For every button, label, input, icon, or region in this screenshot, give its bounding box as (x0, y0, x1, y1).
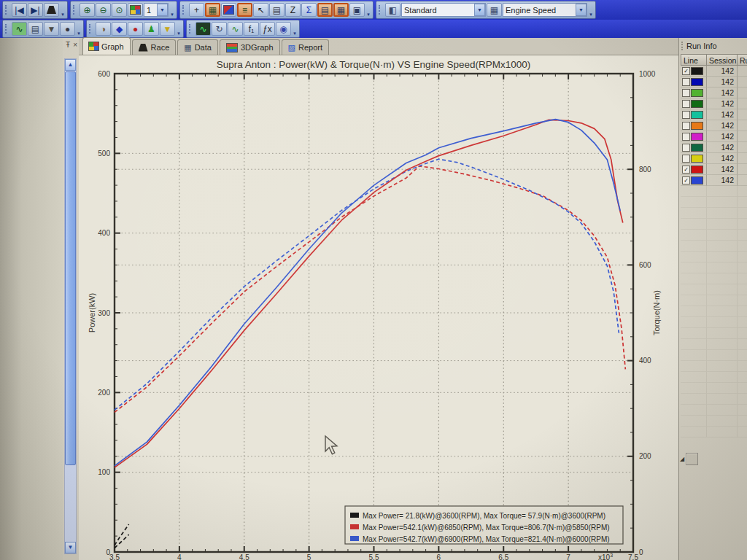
fx-math-button[interactable]: ƒx (260, 22, 275, 36)
close-icon[interactable]: × (73, 41, 77, 49)
run-visible-checkbox[interactable] (682, 100, 690, 108)
flashlight-button[interactable]: ▼ (44, 22, 59, 36)
crosshair-button[interactable]: + (189, 3, 204, 17)
graph-layout-button[interactable] (128, 3, 143, 17)
tab-data-icon: ▦ (184, 44, 191, 52)
vertical-scrollbar[interactable]: ▲ ▼ (64, 58, 77, 554)
run-visible-checkbox[interactable] (682, 78, 690, 86)
xaxis-select[interactable]: Engine Speed▼ (503, 3, 587, 17)
page-select[interactable]: 1▼ (144, 3, 169, 17)
zoom-window-button[interactable]: ⊙ (112, 3, 127, 17)
overlay-runs-button[interactable]: ▤ (269, 3, 285, 17)
run-row[interactable]: 14224 (681, 131, 747, 142)
scroll-up-arrow[interactable]: ▲ (65, 59, 76, 71)
show-notes-button[interactable]: ▤ (317, 3, 333, 17)
zoom-in-button[interactable]: ⊕ (80, 3, 95, 17)
show-grid-button[interactable]: ▦ (205, 3, 220, 17)
group-overflow-chevron[interactable]: ▾ (76, 31, 82, 36)
tab-data[interactable]: ▦Data (177, 39, 218, 55)
run-row[interactable]: 14227 (681, 153, 747, 164)
group-grip[interactable] (189, 24, 193, 34)
y-left-tick-label: 400 (98, 229, 110, 237)
show-table-button[interactable]: ▦ (333, 3, 349, 17)
run-row[interactable]: ✓1421 (681, 66, 747, 77)
run-row[interactable]: 1422 (681, 77, 747, 88)
run-visible-checkbox[interactable] (682, 111, 690, 119)
group-grip[interactable] (5, 5, 9, 15)
chevron-down-icon[interactable]: ▼ (157, 4, 168, 16)
scroll-down-arrow[interactable]: ▼ (65, 542, 76, 553)
group-overflow-chevron[interactable]: ▾ (176, 31, 182, 36)
smoothing-icon-button[interactable]: ◧ (385, 3, 400, 17)
smoothing-select-value: Standard (404, 6, 473, 15)
run-visible-checkbox[interactable] (682, 122, 690, 130)
report-page-button[interactable]: ▤ (28, 22, 43, 36)
tab-race[interactable]: Race (132, 39, 177, 55)
group-grip[interactable] (182, 5, 186, 15)
run-row[interactable]: 14221 (681, 109, 747, 120)
column-header-line[interactable]: Line (681, 54, 707, 66)
group-overflow-chevron[interactable]: ▾ (169, 12, 175, 18)
driver-button[interactable]: ♟ (144, 22, 159, 36)
shade-areas-button[interactable] (221, 3, 236, 17)
f1-channel-button[interactable]: f₁ (244, 22, 259, 36)
group-grip[interactable] (89, 24, 93, 34)
run-row[interactable]: ✓14229 (681, 175, 747, 186)
run-visible-checkbox[interactable] (682, 155, 690, 163)
web-update-button[interactable]: ◉ (276, 22, 291, 36)
live-spec-button[interactable]: ∿ (12, 22, 27, 36)
filter-runs-button[interactable]: ▼ (160, 22, 175, 36)
show-legend-button[interactable]: ≡ (237, 3, 252, 17)
gauge-button[interactable]: ◑ (96, 22, 111, 36)
run-visible-checkbox[interactable] (682, 89, 690, 97)
group-overflow-chevron[interactable]: ▾ (365, 12, 371, 18)
new-window-button[interactable]: ▣ (349, 3, 365, 17)
run-visible-checkbox[interactable]: ✓ (682, 176, 690, 184)
pin-icon[interactable]: Ŧ (66, 41, 70, 49)
run-row[interactable]: 14223 (681, 120, 747, 131)
pointer-button[interactable]: ↖ (253, 3, 268, 17)
nav-last-button[interactable]: ▶| (28, 3, 43, 17)
lamp-icon: ● (65, 25, 70, 34)
zoom-out-button[interactable]: ⊖ (96, 3, 111, 17)
group-grip[interactable] (73, 5, 77, 15)
run-row[interactable]: ✓14228 (681, 164, 747, 175)
manual-book-button[interactable]: ◆ (112, 22, 127, 36)
live-data-button[interactable]: ∿ (196, 22, 211, 36)
tab-report[interactable]: ▨Report (282, 39, 329, 55)
tab-graph[interactable]: Graph (82, 37, 131, 55)
dyno-run-button[interactable] (44, 3, 59, 17)
run-row[interactable]: 14219 (681, 88, 747, 98)
cycle-test-button[interactable]: ↻ (212, 22, 227, 36)
run-visible-checkbox[interactable] (682, 144, 690, 152)
lamp-button[interactable]: ● (60, 22, 75, 36)
chart-mini-button[interactable]: ∿ (228, 22, 243, 36)
vehicle-button[interactable]: ● (128, 22, 143, 36)
smoothing-select[interactable]: Standard▼ (401, 3, 486, 17)
group-overflow-chevron[interactable]: ▾ (588, 12, 594, 18)
toolbar-row-2: ∿▤▼●▾◑◆●♟▼▾∿↻∿f₁ƒx◉▾ (0, 20, 747, 38)
edit-scale-button[interactable]: Z (285, 3, 301, 17)
group-overflow-chevron[interactable]: ▾ (292, 31, 298, 36)
tab-3dgraph[interactable]: 3DGraph (220, 39, 280, 55)
summation-button[interactable]: Σ (301, 3, 317, 17)
run-visible-checkbox[interactable]: ✓ (682, 166, 690, 174)
chevron-down-icon[interactable]: ▼ (474, 4, 485, 16)
run-visible-checkbox[interactable]: ✓ (682, 67, 690, 75)
column-header-session[interactable]: Session (707, 54, 738, 66)
chevron-down-icon[interactable]: ▼ (576, 4, 587, 16)
nav-first-button[interactable]: |◀ (12, 3, 27, 17)
column-header-run[interactable]: Run (738, 54, 747, 66)
run-row[interactable]: 14220 (681, 98, 747, 109)
scroll-thumb[interactable] (65, 71, 76, 465)
group-grip[interactable] (5, 24, 9, 34)
empty-run-row (681, 328, 747, 339)
group-grip[interactable] (379, 5, 382, 15)
f1-channel-icon: f₁ (249, 25, 254, 34)
xaxis-icon-button[interactable]: ▦ (487, 3, 502, 17)
line-cell (681, 77, 707, 88)
run-visible-checkbox[interactable] (682, 133, 690, 141)
panel-mini-button[interactable] (686, 453, 698, 465)
run-row[interactable]: 14225 (681, 142, 747, 153)
group-overflow-chevron[interactable]: ▾ (60, 12, 66, 18)
